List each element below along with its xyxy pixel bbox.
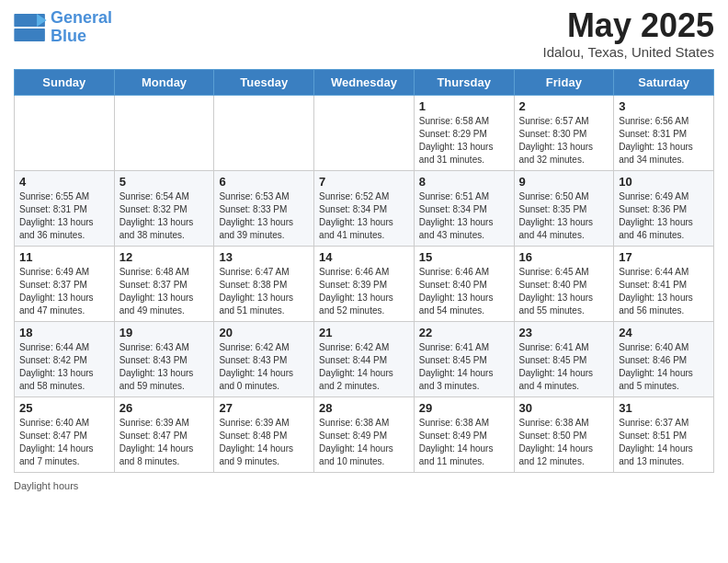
calendar-cell: 19Sunrise: 6:43 AM Sunset: 8:43 PM Dayli…	[114, 322, 214, 397]
calendar-cell	[314, 96, 415, 171]
day-number: 25	[19, 401, 109, 415]
calendar-cell: 10Sunrise: 6:49 AM Sunset: 8:36 PM Dayli…	[614, 171, 714, 247]
calendar-cell	[214, 96, 314, 171]
calendar-cell: 9Sunrise: 6:50 AM Sunset: 8:35 PM Daylig…	[514, 171, 614, 247]
day-info: Sunrise: 6:39 AM Sunset: 8:48 PM Dayligh…	[219, 417, 309, 468]
day-number: 4	[19, 175, 109, 189]
header-thursday: Thursday	[414, 70, 514, 96]
calendar-week-3: 11Sunrise: 6:49 AM Sunset: 8:37 PM Dayli…	[15, 247, 714, 322]
calendar-body: 1Sunrise: 6:58 AM Sunset: 8:29 PM Daylig…	[15, 96, 714, 473]
day-info: Sunrise: 6:41 AM Sunset: 8:45 PM Dayligh…	[519, 341, 609, 393]
day-info: Sunrise: 6:46 AM Sunset: 8:39 PM Dayligh…	[319, 266, 409, 317]
day-info: Sunrise: 6:58 AM Sunset: 8:29 PM Dayligh…	[419, 115, 509, 167]
day-info: Sunrise: 6:38 AM Sunset: 8:49 PM Dayligh…	[319, 417, 409, 468]
calendar-week-4: 18Sunrise: 6:44 AM Sunset: 8:42 PM Dayli…	[15, 322, 714, 397]
day-number: 19	[119, 326, 210, 339]
day-info: Sunrise: 6:41 AM Sunset: 8:45 PM Dayligh…	[419, 341, 509, 393]
calendar-cell: 5Sunrise: 6:54 AM Sunset: 8:32 PM Daylig…	[114, 171, 214, 247]
day-info: Sunrise: 6:48 AM Sunset: 8:37 PM Dayligh…	[119, 266, 210, 317]
calendar-cell: 27Sunrise: 6:39 AM Sunset: 8:48 PM Dayli…	[214, 397, 314, 473]
day-info: Sunrise: 6:56 AM Sunset: 8:31 PM Dayligh…	[619, 115, 709, 167]
calendar-cell	[15, 96, 115, 171]
calendar-week-2: 4Sunrise: 6:55 AM Sunset: 8:31 PM Daylig…	[15, 171, 714, 247]
day-info: Sunrise: 6:50 AM Sunset: 8:35 PM Dayligh…	[519, 190, 609, 242]
day-number: 12	[119, 250, 210, 264]
header-tuesday: Tuesday	[214, 70, 314, 96]
logo: General Blue	[14, 9, 112, 46]
calendar-cell: 28Sunrise: 6:38 AM Sunset: 8:49 PM Dayli…	[314, 397, 415, 473]
day-info: Sunrise: 6:42 AM Sunset: 8:44 PM Dayligh…	[319, 341, 409, 393]
header-wednesday: Wednesday	[314, 70, 415, 96]
day-number: 15	[419, 250, 509, 264]
day-info: Sunrise: 6:44 AM Sunset: 8:41 PM Dayligh…	[619, 266, 709, 317]
logo-icon	[14, 14, 47, 41]
calendar-cell: 4Sunrise: 6:55 AM Sunset: 8:31 PM Daylig…	[15, 171, 115, 247]
day-number: 16	[519, 250, 609, 264]
day-info: Sunrise: 6:43 AM Sunset: 8:43 PM Dayligh…	[119, 341, 210, 393]
calendar-cell	[114, 96, 214, 171]
day-info: Sunrise: 6:57 AM Sunset: 8:30 PM Dayligh…	[519, 115, 609, 167]
calendar-cell: 2Sunrise: 6:57 AM Sunset: 8:30 PM Daylig…	[514, 96, 614, 171]
calendar-cell: 24Sunrise: 6:40 AM Sunset: 8:46 PM Dayli…	[614, 322, 714, 397]
day-number: 30	[519, 401, 609, 415]
day-info: Sunrise: 6:51 AM Sunset: 8:34 PM Dayligh…	[419, 190, 509, 242]
day-number: 3	[619, 99, 709, 113]
day-number: 5	[119, 175, 210, 189]
calendar-cell: 11Sunrise: 6:49 AM Sunset: 8:37 PM Dayli…	[15, 247, 115, 322]
logo-text: General Blue	[51, 9, 112, 46]
day-info: Sunrise: 6:54 AM Sunset: 8:32 PM Dayligh…	[119, 190, 210, 242]
calendar-cell: 21Sunrise: 6:42 AM Sunset: 8:44 PM Dayli…	[314, 322, 415, 397]
calendar-cell: 22Sunrise: 6:41 AM Sunset: 8:45 PM Dayli…	[414, 322, 514, 397]
header-friday: Friday	[514, 70, 614, 96]
day-header-row: Sunday Monday Tuesday Wednesday Thursday…	[15, 70, 714, 96]
day-number: 27	[219, 401, 309, 415]
month-title: May 2025	[542, 9, 714, 42]
logo-line1: General	[51, 8, 112, 27]
header-saturday: Saturday	[614, 70, 714, 96]
calendar-cell: 13Sunrise: 6:47 AM Sunset: 8:38 PM Dayli…	[214, 247, 314, 322]
page-header: General Blue May 2025 Idalou, Texas, Uni…	[14, 9, 714, 60]
calendar-week-1: 1Sunrise: 6:58 AM Sunset: 8:29 PM Daylig…	[15, 96, 714, 171]
calendar-cell: 25Sunrise: 6:40 AM Sunset: 8:47 PM Dayli…	[15, 397, 115, 473]
calendar-cell: 3Sunrise: 6:56 AM Sunset: 8:31 PM Daylig…	[614, 96, 714, 171]
day-number: 11	[19, 250, 109, 264]
header-sunday: Sunday	[15, 70, 115, 96]
day-info: Sunrise: 6:38 AM Sunset: 8:50 PM Dayligh…	[519, 417, 609, 468]
day-info: Sunrise: 6:40 AM Sunset: 8:47 PM Dayligh…	[19, 417, 109, 468]
calendar: Sunday Monday Tuesday Wednesday Thursday…	[14, 69, 714, 473]
day-number: 17	[619, 250, 709, 264]
day-info: Sunrise: 6:38 AM Sunset: 8:49 PM Dayligh…	[419, 417, 509, 468]
day-number: 2	[519, 99, 609, 113]
day-number: 14	[319, 250, 409, 264]
footer: Daylight hours	[14, 480, 714, 491]
day-number: 7	[319, 175, 409, 189]
day-info: Sunrise: 6:45 AM Sunset: 8:40 PM Dayligh…	[519, 266, 609, 317]
title-block: May 2025 Idalou, Texas, United States	[542, 9, 714, 60]
day-number: 8	[419, 175, 509, 189]
day-number: 21	[319, 326, 409, 339]
calendar-week-5: 25Sunrise: 6:40 AM Sunset: 8:47 PM Dayli…	[15, 397, 714, 473]
day-number: 28	[319, 401, 409, 415]
calendar-cell: 7Sunrise: 6:52 AM Sunset: 8:34 PM Daylig…	[314, 171, 415, 247]
day-info: Sunrise: 6:47 AM Sunset: 8:38 PM Dayligh…	[219, 266, 309, 317]
calendar-cell: 12Sunrise: 6:48 AM Sunset: 8:37 PM Dayli…	[114, 247, 214, 322]
day-number: 9	[519, 175, 609, 189]
day-number: 26	[119, 401, 210, 415]
calendar-cell: 18Sunrise: 6:44 AM Sunset: 8:42 PM Dayli…	[15, 322, 115, 397]
calendar-cell: 20Sunrise: 6:42 AM Sunset: 8:43 PM Dayli…	[214, 322, 314, 397]
calendar-cell: 29Sunrise: 6:38 AM Sunset: 8:49 PM Dayli…	[414, 397, 514, 473]
day-number: 23	[519, 326, 609, 339]
day-number: 31	[619, 401, 709, 415]
calendar-header: Sunday Monday Tuesday Wednesday Thursday…	[15, 70, 714, 96]
day-info: Sunrise: 6:37 AM Sunset: 8:51 PM Dayligh…	[619, 417, 709, 468]
day-number: 10	[619, 175, 709, 189]
day-info: Sunrise: 6:46 AM Sunset: 8:40 PM Dayligh…	[419, 266, 509, 317]
calendar-cell: 6Sunrise: 6:53 AM Sunset: 8:33 PM Daylig…	[214, 171, 314, 247]
day-info: Sunrise: 6:39 AM Sunset: 8:47 PM Dayligh…	[119, 417, 210, 468]
calendar-cell: 8Sunrise: 6:51 AM Sunset: 8:34 PM Daylig…	[414, 171, 514, 247]
day-info: Sunrise: 6:44 AM Sunset: 8:42 PM Dayligh…	[19, 341, 109, 393]
day-number: 18	[19, 326, 109, 339]
day-number: 20	[219, 326, 309, 339]
day-number: 13	[219, 250, 309, 264]
calendar-cell: 16Sunrise: 6:45 AM Sunset: 8:40 PM Dayli…	[514, 247, 614, 322]
